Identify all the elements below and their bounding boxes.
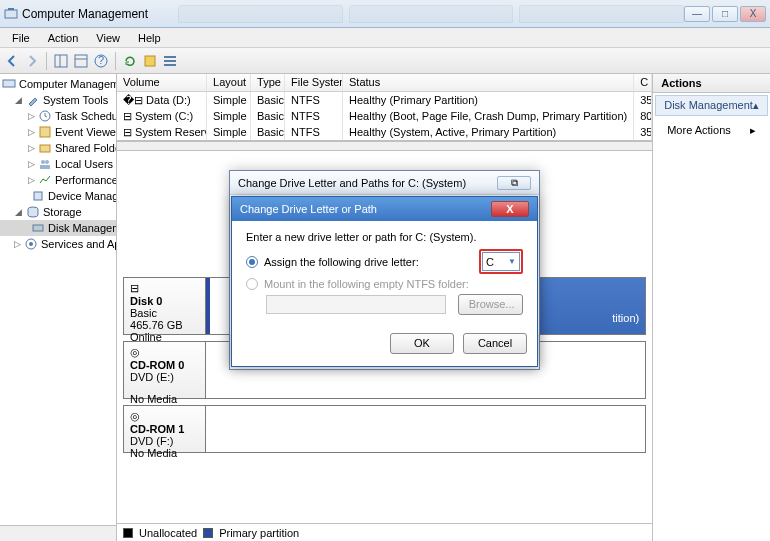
tree-services-apps[interactable]: ▷Services and Applications <box>0 236 116 252</box>
volume-icon: �⊟ <box>123 94 143 106</box>
expand-icon[interactable]: ▷ <box>28 112 35 121</box>
legend: Unallocated Primary partition <box>117 523 652 541</box>
tree-storage[interactable]: ◢Storage <box>0 204 116 220</box>
svg-rect-11 <box>164 64 176 66</box>
menu-file[interactable]: File <box>4 30 38 46</box>
actions-more[interactable]: More Actions ▸ <box>653 118 770 142</box>
col-filesystem[interactable]: File System <box>285 74 343 91</box>
col-layout[interactable]: Layout <box>207 74 251 91</box>
refresh-icon[interactable] <box>122 53 138 69</box>
svg-text:?: ? <box>98 54 104 66</box>
dialog-description: Enter a new drive letter or path for C: … <box>246 231 523 243</box>
services-icon <box>24 237 38 251</box>
ok-button[interactable]: OK <box>390 333 454 354</box>
radio-mount-label: Mount in the following empty NTFS folder… <box>264 278 469 290</box>
settings-icon[interactable] <box>142 53 158 69</box>
svg-rect-14 <box>40 127 50 137</box>
window-title: Computer Management <box>22 7 148 21</box>
col-volume[interactable]: Volume <box>117 74 207 91</box>
toolbar: ? <box>0 48 770 74</box>
drive-letter-select[interactable]: C ▼ <box>482 252 520 271</box>
legend-swatch-primary <box>203 528 213 538</box>
tree-scrollbar[interactable] <box>0 525 116 541</box>
tree-task-scheduler[interactable]: ▷Task Scheduler <box>0 108 116 124</box>
table-row[interactable]: �⊟ Data (D:) Simple Basic NTFS Healthy (… <box>117 92 652 108</box>
drive-letter-value: C <box>486 256 494 268</box>
menu-action[interactable]: Action <box>40 30 87 46</box>
splitter[interactable] <box>117 141 652 151</box>
maximize-button[interactable]: □ <box>712 6 738 22</box>
minimize-button[interactable]: — <box>684 6 710 22</box>
app-icon <box>4 7 18 21</box>
dialog-change-letter: Change Drive Letter or Path X Enter a ne… <box>231 196 538 367</box>
ntfs-path-input <box>266 295 446 314</box>
storage-icon <box>26 205 40 219</box>
users-icon <box>38 157 52 171</box>
dialog-close-button[interactable]: ⧉ <box>497 176 531 190</box>
menu-view[interactable]: View <box>88 30 128 46</box>
window-titlebar: Computer Management — □ X <box>0 0 770 28</box>
collapse-icon[interactable]: ◢ <box>14 96 23 105</box>
expand-icon[interactable]: ▷ <box>28 128 35 137</box>
clock-icon <box>38 109 52 123</box>
background-tabs <box>178 5 684 23</box>
svg-rect-9 <box>164 56 176 58</box>
tree-system-tools[interactable]: ◢System Tools <box>0 92 116 108</box>
help-icon[interactable]: ? <box>93 53 109 69</box>
tree-performance[interactable]: ▷Performance <box>0 172 116 188</box>
disk-icon: ⊟ <box>130 282 139 294</box>
volume-icon: ⊟ <box>123 126 132 138</box>
col-status[interactable]: Status <box>343 74 634 91</box>
svg-rect-1 <box>8 8 14 10</box>
actions-pane: Actions Disk Management ▴ More Actions ▸ <box>653 74 770 541</box>
highlight-box: C ▼ <box>479 249 523 274</box>
chevron-down-icon: ▼ <box>508 257 516 266</box>
expand-icon[interactable]: ▷ <box>28 144 35 153</box>
tree-disk-management[interactable]: Disk Management <box>0 220 116 236</box>
disk-label: ◎CD-ROM 0 DVD (E:) No Media <box>124 342 206 398</box>
col-type[interactable]: Type <box>251 74 285 91</box>
tree-shared-folders[interactable]: ▷Shared Folders <box>0 140 116 156</box>
dialog-title: Change Drive Letter or Path <box>240 203 377 215</box>
svg-rect-15 <box>40 145 50 152</box>
list-icon[interactable] <box>162 53 178 69</box>
disk-row[interactable]: ◎CD-ROM 1 DVD (F:) No Media <box>123 405 646 453</box>
radio-assign-label: Assign the following drive letter: <box>264 256 419 268</box>
tree-root[interactable]: Computer Management (Local <box>0 76 116 92</box>
actions-context[interactable]: Disk Management ▴ <box>655 95 768 116</box>
expand-icon[interactable]: ▷ <box>14 240 21 249</box>
table-row[interactable]: ⊟ System Reserved Simple Basic NTFS Heal… <box>117 124 652 140</box>
properties-icon[interactable] <box>73 53 89 69</box>
collapse-icon[interactable]: ◢ <box>14 208 23 217</box>
radio-assign-letter[interactable] <box>246 256 258 268</box>
dialog-close-button[interactable]: X <box>491 201 529 217</box>
back-icon[interactable] <box>4 53 20 69</box>
chevron-up-icon: ▴ <box>753 99 759 112</box>
svg-rect-19 <box>34 192 42 200</box>
tree-device-manager[interactable]: Device Manager <box>0 188 116 204</box>
wrench-icon <box>26 93 40 107</box>
expand-icon[interactable]: ▷ <box>28 176 35 185</box>
svg-rect-12 <box>3 80 15 87</box>
expand-icon[interactable]: ▷ <box>28 160 35 169</box>
tree-event-viewer[interactable]: ▷Event Viewer <box>0 124 116 140</box>
performance-icon <box>38 173 52 187</box>
cancel-button[interactable]: Cancel <box>463 333 527 354</box>
folder-share-icon <box>38 141 52 155</box>
table-row[interactable]: ⊟ System (C:) Simple Basic NTFS Healthy … <box>117 108 652 124</box>
tree-root-label: Computer Management (Local <box>19 78 117 90</box>
tree-local-users[interactable]: ▷Local Users and Groups <box>0 156 116 172</box>
forward-icon[interactable] <box>24 53 40 69</box>
radio-mount-folder <box>246 278 258 290</box>
close-button[interactable]: X <box>740 6 766 22</box>
svg-point-17 <box>45 160 49 164</box>
event-icon <box>38 125 52 139</box>
chevron-right-icon: ▸ <box>750 124 756 137</box>
legend-swatch-unallocated <box>123 528 133 538</box>
menu-help[interactable]: Help <box>130 30 169 46</box>
col-capacity[interactable]: C <box>634 74 652 91</box>
cdrom-icon: ◎ <box>130 346 140 358</box>
svg-point-23 <box>29 242 33 246</box>
show-hide-icon[interactable] <box>53 53 69 69</box>
svg-rect-8 <box>145 56 155 66</box>
